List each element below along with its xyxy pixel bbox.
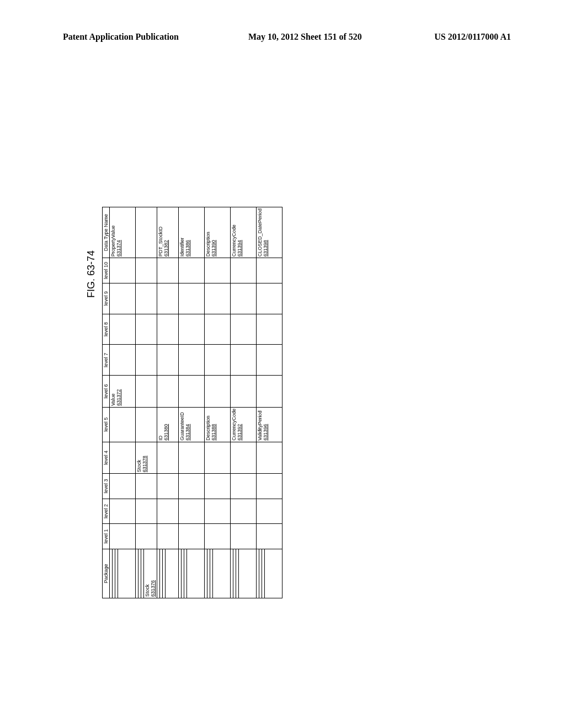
datatype-label: CLOSED_DatePeriod bbox=[257, 208, 263, 256]
col-level-1: level 1 bbox=[103, 524, 110, 549]
cell-level10 bbox=[231, 258, 257, 283]
data-table: Package level 1 level 2 level 3 level 4 … bbox=[102, 207, 282, 598]
cell-level4 bbox=[110, 442, 136, 473]
cell-level8 bbox=[179, 314, 205, 345]
table-row: CurrencyCode 631392 CurrencyCode 631394 bbox=[231, 207, 257, 598]
header-sheet-info: May 10, 2012 Sheet 151 of 520 bbox=[248, 32, 362, 42]
cell-level2 bbox=[179, 499, 205, 524]
cell-level5: CurrencyCode 631392 bbox=[231, 407, 257, 442]
level4-ref: 631378 bbox=[142, 456, 147, 472]
table-row: Description 631388 Description 631390 bbox=[205, 207, 231, 598]
cell-level1 bbox=[157, 524, 179, 549]
package-label: Stock bbox=[145, 584, 150, 597]
cell-level8 bbox=[110, 314, 136, 345]
cell-level2 bbox=[110, 499, 136, 524]
level6-ref: 631372 bbox=[116, 389, 121, 406]
datatype-ref: 631382 bbox=[163, 240, 169, 256]
table-row: ID 631380 PDT_StockID 631382 bbox=[157, 207, 179, 598]
cell-level5: GuaranteeID 631384 bbox=[179, 407, 205, 442]
cell-level6 bbox=[231, 376, 257, 407]
cell-level5 bbox=[110, 407, 136, 442]
col-level-8: level 8 bbox=[103, 314, 110, 345]
col-level-9: level 9 bbox=[103, 283, 110, 314]
cell-level3 bbox=[231, 474, 257, 499]
col-level-6: level 6 bbox=[103, 376, 110, 407]
cell-level4 bbox=[157, 442, 179, 473]
package-ref: 631376 bbox=[150, 580, 156, 597]
level5-label: ValidityPeriod bbox=[257, 410, 263, 440]
figure-area: FIG. 63-74 Package level 1 level 2 level… bbox=[74, 121, 494, 607]
cell-level7 bbox=[231, 345, 257, 376]
cell-datatype: Identifier 631386 bbox=[179, 207, 205, 258]
cell-level3 bbox=[157, 474, 179, 499]
cell-package bbox=[231, 549, 257, 598]
cell-datatype: Description 631390 bbox=[205, 207, 231, 258]
level5-ref: 631388 bbox=[211, 424, 216, 441]
cell-level1 bbox=[205, 524, 231, 549]
cell-level1 bbox=[257, 524, 282, 549]
cell-level10 bbox=[136, 258, 157, 283]
datatype-ref: 631394 bbox=[237, 240, 242, 256]
level5-label: Description bbox=[205, 416, 211, 441]
cell-level7 bbox=[257, 345, 282, 376]
cell-level9 bbox=[179, 283, 205, 314]
table-row: Value 631372 PropertyValue 631374 bbox=[110, 207, 136, 598]
header-publication: Patent Application Publication bbox=[63, 32, 179, 42]
col-package: Package bbox=[103, 549, 110, 598]
cell-level3 bbox=[179, 474, 205, 499]
level6-label: Value bbox=[110, 393, 116, 405]
datatype-ref: 631390 bbox=[211, 240, 216, 256]
cell-level2 bbox=[157, 499, 179, 524]
header-patent-number: US 2012/0117000 A1 bbox=[434, 32, 511, 42]
cell-level9 bbox=[231, 283, 257, 314]
cell-level1 bbox=[136, 524, 157, 549]
datatype-ref: 631374 bbox=[116, 240, 121, 256]
cell-package: Stock 631376 bbox=[136, 549, 157, 598]
cell-datatype: PropertyValue 631374 bbox=[110, 207, 136, 258]
col-datatype: Data Type Name bbox=[103, 207, 110, 258]
level5-ref: 631396 bbox=[263, 424, 268, 441]
level5-label: CurrencyCode bbox=[231, 409, 237, 441]
cell-package bbox=[157, 549, 179, 598]
level5-ref: 631384 bbox=[185, 424, 190, 441]
cell-level10 bbox=[257, 258, 282, 283]
cell-package bbox=[179, 549, 205, 598]
table-row: Stock 631376 Stock 631378 bbox=[136, 207, 157, 598]
col-level-5: level 5 bbox=[103, 407, 110, 442]
cell-level6: Value 631372 bbox=[110, 376, 136, 407]
col-level-2: level 2 bbox=[103, 499, 110, 524]
datatype-ref: 631386 bbox=[185, 240, 190, 256]
cell-level5: ValidityPeriod 631396 bbox=[257, 407, 282, 442]
cell-level7 bbox=[179, 345, 205, 376]
datatype-label: CurrencyCode bbox=[231, 224, 237, 256]
cell-datatype: PDT_StockID 631382 bbox=[157, 207, 179, 258]
col-level-7: level 7 bbox=[103, 345, 110, 376]
cell-level6 bbox=[157, 376, 179, 407]
cell-level6 bbox=[136, 376, 157, 407]
cell-level9 bbox=[157, 283, 179, 314]
cell-level8 bbox=[136, 314, 157, 345]
datatype-label: Identifier bbox=[179, 238, 185, 257]
datatype-label: PDT_StockID bbox=[158, 227, 163, 257]
cell-level4 bbox=[179, 442, 205, 473]
table-header-row: Package level 1 level 2 level 3 level 4 … bbox=[103, 207, 110, 598]
table-row: ValidityPeriod 631396 CLOSED_DatePeriod … bbox=[257, 207, 282, 598]
cell-package bbox=[205, 549, 231, 598]
datatype-label: PropertyValue bbox=[110, 226, 116, 256]
cell-level9 bbox=[136, 283, 157, 314]
level4-label: Stock bbox=[136, 460, 142, 473]
col-level-10: level 10 bbox=[103, 258, 110, 283]
cell-level8 bbox=[231, 314, 257, 345]
cell-level6 bbox=[179, 376, 205, 407]
cell-level3 bbox=[136, 474, 157, 499]
cell-level2 bbox=[231, 499, 257, 524]
cell-level6 bbox=[205, 376, 231, 407]
cell-package bbox=[257, 549, 282, 598]
cell-level7 bbox=[157, 345, 179, 376]
cell-level1 bbox=[179, 524, 205, 549]
cell-level2 bbox=[136, 499, 157, 524]
cell-level7 bbox=[205, 345, 231, 376]
cell-level9 bbox=[205, 283, 231, 314]
table-row: GuaranteeID 631384 Identifier 631386 bbox=[179, 207, 205, 598]
cell-level8 bbox=[257, 314, 282, 345]
